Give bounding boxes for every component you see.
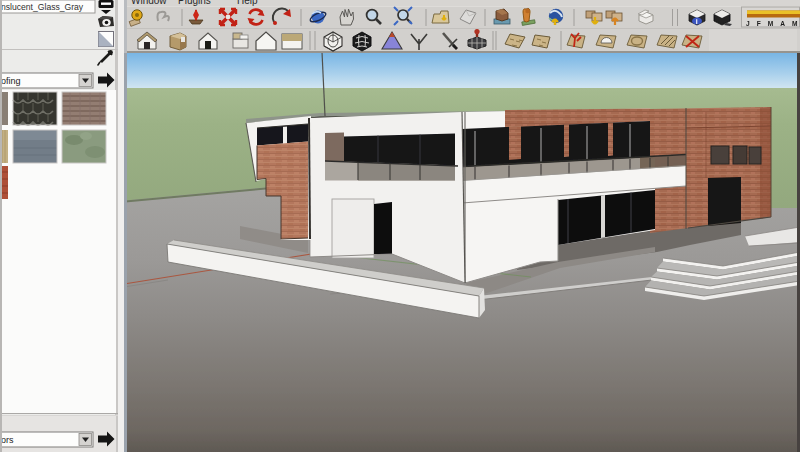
svg-text:Help: Help xyxy=(237,0,258,6)
svg-text:ofing: ofing xyxy=(1,76,21,86)
svg-text:JFMAM: JFMAM xyxy=(746,20,800,27)
svg-text:Window: Window xyxy=(131,0,167,6)
svg-text:Plugins: Plugins xyxy=(178,0,211,6)
svg-text:nslucent_Glass_Gray: nslucent_Glass_Gray xyxy=(1,2,84,12)
svg-text:i: i xyxy=(696,18,698,25)
svg-text:ors: ors xyxy=(1,435,14,445)
